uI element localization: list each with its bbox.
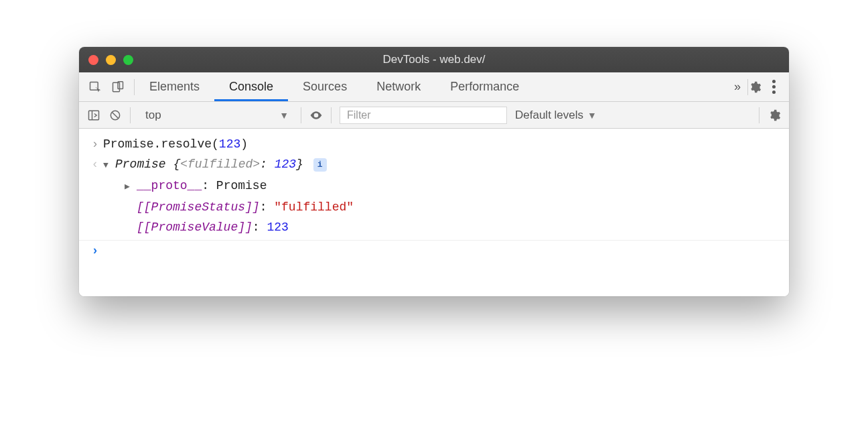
object-property-row[interactable]: [[PromiseStatus]]: "fulfilled" bbox=[125, 197, 781, 217]
sep: : bbox=[260, 200, 275, 214]
dropdown-caret-icon: ▼ bbox=[279, 110, 289, 121]
tabs: ElementsConsoleSourcesNetworkPerformance bbox=[135, 72, 727, 101]
svg-rect-1 bbox=[113, 82, 120, 91]
console-prompt-row[interactable]: › bbox=[79, 241, 789, 261]
tab-console[interactable]: Console bbox=[214, 72, 288, 101]
clear-console-icon[interactable] bbox=[108, 109, 122, 122]
console-settings-gear-icon[interactable] bbox=[768, 109, 781, 122]
state-text: fulfilled bbox=[188, 158, 252, 171]
traffic-lights bbox=[79, 55, 133, 65]
info-badge-icon[interactable]: i bbox=[313, 158, 327, 172]
console-sidebar-toggle-icon[interactable] bbox=[87, 109, 100, 122]
tree-toggle-expanded-icon[interactable]: ▼ bbox=[103, 156, 115, 176]
sep: : bbox=[252, 221, 267, 234]
tab-sources[interactable]: Sources bbox=[288, 72, 362, 101]
live-expression-icon[interactable] bbox=[309, 109, 323, 122]
object-property-row[interactable]: ▶__proto__: Promise bbox=[125, 176, 781, 197]
more-menu-icon[interactable] bbox=[768, 80, 780, 94]
log-levels-label: Default levels bbox=[515, 109, 583, 122]
execution-context-label: top bbox=[145, 109, 161, 122]
value-number: 123 bbox=[275, 158, 296, 171]
svg-rect-0 bbox=[90, 82, 98, 90]
console-result-row: ‹ ▼Promise {<fulfilled>: 123} i ▶__proto… bbox=[79, 154, 789, 237]
settings-gear-icon[interactable] bbox=[748, 80, 762, 94]
input-chevron-icon: › bbox=[87, 134, 103, 154]
titlebar: DevTools - web.dev/ bbox=[79, 47, 789, 72]
property-value: "fulfilled" bbox=[274, 200, 354, 214]
brace: } bbox=[296, 158, 303, 171]
console-input-echo-row: › Promise.resolve(123) bbox=[79, 134, 789, 154]
separator bbox=[759, 107, 760, 123]
inspect-element-icon[interactable] bbox=[88, 80, 102, 94]
window-zoom-button[interactable] bbox=[123, 55, 133, 65]
property-key: [[PromiseValue]] bbox=[137, 221, 252, 234]
tab-performance[interactable]: Performance bbox=[435, 72, 534, 101]
tab-elements[interactable]: Elements bbox=[135, 72, 214, 101]
filter-input[interactable] bbox=[340, 107, 507, 124]
angle: > bbox=[252, 158, 260, 171]
code-text: Promise.resolve( bbox=[103, 137, 219, 151]
sep: : bbox=[260, 158, 275, 171]
brace: { bbox=[173, 158, 180, 171]
tabs-overflow-icon[interactable]: » bbox=[727, 80, 747, 94]
object-properties: ▶__proto__: Promise[[PromiseStatus]]: "f… bbox=[103, 176, 781, 237]
object-property-row[interactable]: [[PromiseValue]]: 123 bbox=[125, 217, 781, 237]
console-body: › Promise.resolve(123) ‹ ▼Promise {<fulf… bbox=[79, 129, 789, 296]
property-key: __proto__ bbox=[137, 179, 202, 192]
property-value: 123 bbox=[267, 221, 288, 234]
property-key: [[PromiseStatus]] bbox=[137, 200, 260, 214]
window-close-button[interactable] bbox=[88, 55, 98, 65]
angle: < bbox=[180, 158, 188, 171]
separator bbox=[130, 107, 131, 123]
sep: : bbox=[202, 179, 216, 192]
separator bbox=[331, 107, 332, 123]
separator bbox=[301, 107, 301, 123]
dropdown-caret-icon: ▼ bbox=[587, 110, 597, 121]
device-toolbar-icon[interactable] bbox=[111, 80, 125, 94]
object-type: Promise bbox=[115, 158, 166, 171]
panel-tabstrip: ElementsConsoleSourcesNetworkPerformance… bbox=[79, 72, 789, 102]
log-levels-select[interactable]: Default levels ▼ bbox=[515, 109, 597, 122]
console-toolbar: top ▼ Default levels ▼ bbox=[79, 102, 789, 129]
tree-toggle-collapsed-icon[interactable]: ▶ bbox=[125, 177, 137, 197]
execution-context-select[interactable]: top ▼ bbox=[139, 109, 293, 122]
code-text: ) bbox=[240, 137, 248, 151]
prompt-chevron-icon: › bbox=[87, 241, 103, 261]
svg-line-6 bbox=[112, 112, 118, 118]
window-title: DevTools - web.dev/ bbox=[79, 53, 789, 66]
devtools-window: DevTools - web.dev/ ElementsConsoleSourc… bbox=[79, 47, 789, 296]
window-minimize-button[interactable] bbox=[106, 55, 116, 65]
output-chevron-icon: ‹ bbox=[87, 154, 103, 174]
code-number: 123 bbox=[219, 137, 240, 151]
property-value: Promise bbox=[216, 179, 267, 192]
tab-network[interactable]: Network bbox=[362, 72, 435, 101]
